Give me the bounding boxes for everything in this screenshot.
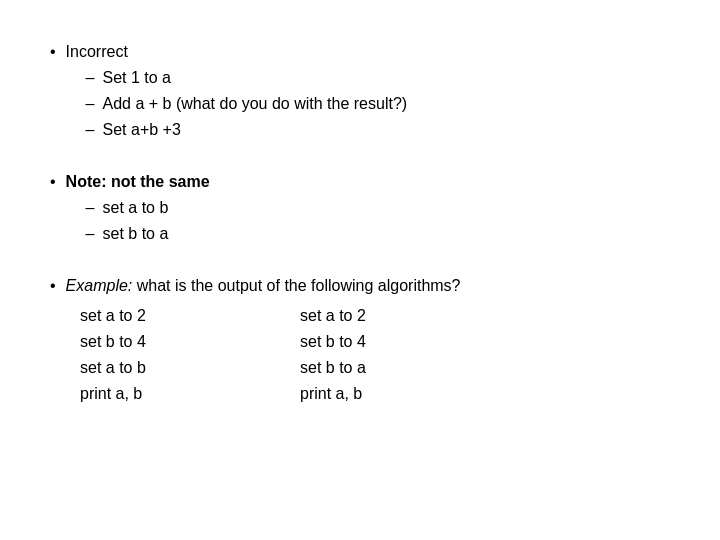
- incorrect-sub-text-1: Set 1 to a: [103, 66, 172, 90]
- note-content: Note: not the same – set a to b – set b …: [66, 170, 210, 246]
- bullet-example: •: [50, 274, 56, 298]
- example-label: Example: what is the output of the follo…: [66, 274, 461, 298]
- note-bullet-row: • Note: not the same – set a to b – set …: [50, 170, 670, 246]
- dash-3: –: [86, 118, 95, 142]
- page: • Incorrect – Set 1 to a – Add a + b (wh…: [0, 0, 720, 540]
- note-section: • Note: not the same – set a to b – set …: [50, 170, 670, 246]
- bullet-incorrect: •: [50, 40, 56, 64]
- example-col2-item-1: set a to 2: [300, 304, 520, 328]
- incorrect-sub-3: – Set a+b +3: [66, 118, 408, 142]
- incorrect-sub-2: – Add a + b (what do you do with the res…: [66, 92, 408, 116]
- example-italic-label: Example:: [66, 277, 133, 294]
- incorrect-section: • Incorrect – Set 1 to a – Add a + b (wh…: [50, 40, 670, 142]
- note-sub-2: – set b to a: [66, 222, 210, 246]
- incorrect-sub-text-2: Add a + b (what do you do with the resul…: [103, 92, 408, 116]
- incorrect-sub-text-3: Set a+b +3: [103, 118, 181, 142]
- incorrect-content: Incorrect – Set 1 to a – Add a + b (what…: [66, 40, 408, 142]
- example-col-2: set a to 2 set b to 4 set b to a print a…: [300, 304, 520, 406]
- note-sub-text-2: set b to a: [103, 222, 169, 246]
- example-col1-item-1: set a to 2: [80, 304, 300, 328]
- note-label: Note: not the same: [66, 170, 210, 194]
- dash-note-2: –: [86, 222, 95, 246]
- example-col2-item-3: set b to a: [300, 356, 520, 380]
- incorrect-label: Incorrect: [66, 40, 408, 64]
- example-col1-item-4: print a, b: [80, 382, 300, 406]
- example-col-1: set a to 2 set b to 4 set a to b print a…: [80, 304, 300, 406]
- example-columns: set a to 2 set b to 4 set a to b print a…: [50, 304, 670, 406]
- example-header: • Example: what is the output of the fol…: [50, 274, 670, 298]
- incorrect-bullet-row: • Incorrect – Set 1 to a – Add a + b (wh…: [50, 40, 670, 142]
- example-col2-item-2: set b to 4: [300, 330, 520, 354]
- bullet-note: •: [50, 170, 56, 194]
- example-col1-item-3: set a to b: [80, 356, 300, 380]
- dash-1: –: [86, 66, 95, 90]
- note-sub-text-1: set a to b: [103, 196, 169, 220]
- dash-note-1: –: [86, 196, 95, 220]
- example-label-rest: what is the output of the following algo…: [132, 277, 460, 294]
- note-sub-1: – set a to b: [66, 196, 210, 220]
- dash-2: –: [86, 92, 95, 116]
- example-section: • Example: what is the output of the fol…: [50, 274, 670, 406]
- incorrect-sub-1: – Set 1 to a: [66, 66, 408, 90]
- example-col1-item-2: set b to 4: [80, 330, 300, 354]
- example-col2-item-4: print a, b: [300, 382, 520, 406]
